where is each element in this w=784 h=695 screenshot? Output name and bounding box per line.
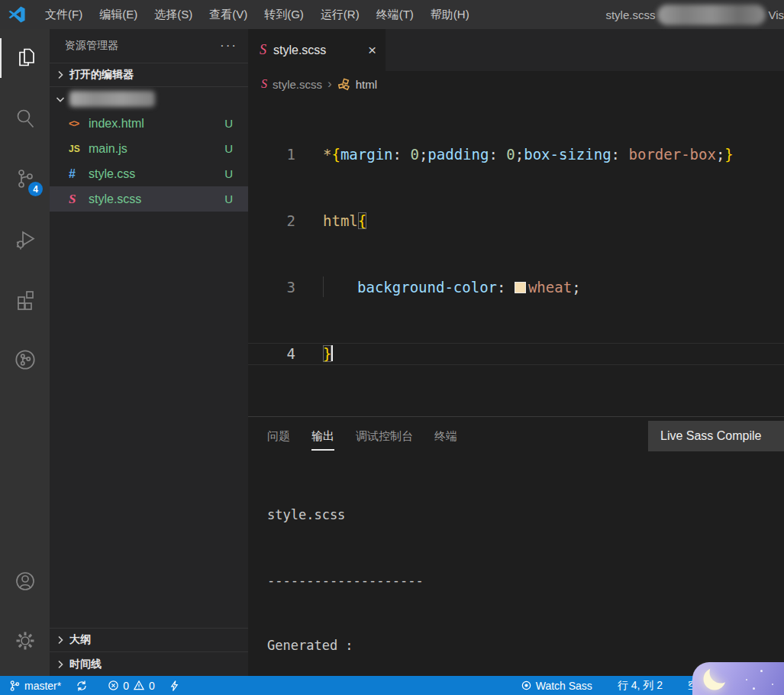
- line-col-label: 行 4, 列 2: [618, 679, 663, 693]
- indent-guide: [323, 276, 357, 297]
- menu-goto[interactable]: 转到(G): [256, 0, 312, 29]
- menu-help[interactable]: 帮助(H): [422, 0, 478, 29]
- line-number: 1: [248, 144, 295, 166]
- file-name: style.css: [89, 167, 224, 181]
- sidebar-title: 资源管理器: [65, 39, 220, 53]
- tab-label: style.scss: [273, 44, 326, 57]
- breadcrumb-file[interactable]: style.scss: [273, 78, 322, 91]
- line-content: *{margin: 0;padding: 0;box-sizing: borde…: [295, 144, 734, 166]
- menu-terminal[interactable]: 终端(T): [368, 0, 422, 29]
- chevron-right-icon: [54, 69, 66, 81]
- chevron-right-icon: [54, 634, 66, 646]
- warnings-icon: [133, 680, 145, 691]
- html-file-icon: <>: [69, 118, 89, 129]
- source-control-icon[interactable]: 4: [0, 159, 50, 199]
- menu-view[interactable]: 查看(V): [201, 0, 256, 29]
- section-outline[interactable]: 大纲: [50, 628, 248, 651]
- tab-problems[interactable]: 问题: [267, 417, 290, 456]
- section-timeline[interactable]: 时间线: [50, 651, 248, 676]
- git-status-badge: U: [224, 117, 248, 130]
- chevron-down-icon: [54, 93, 66, 105]
- line-number: 2: [248, 210, 295, 232]
- menu-selection[interactable]: 选择(S): [146, 0, 201, 29]
- file-style-css[interactable]: # style.css U: [50, 161, 248, 186]
- scss-file-icon: S: [260, 42, 266, 58]
- output-line: style.scss: [267, 504, 784, 526]
- error-count: 0: [123, 680, 129, 692]
- panel-tabs: 问题 输出 调试控制台 终端 Live Sass Compile: [248, 417, 784, 456]
- file-name: main.js: [89, 142, 224, 156]
- menu-run[interactable]: 运行(R): [312, 0, 368, 29]
- redaction-blur: [657, 5, 766, 25]
- search-icon[interactable]: [0, 99, 50, 138]
- run-debug-icon[interactable]: [0, 219, 50, 259]
- section-open-editors[interactable]: 打开的编辑器: [50, 63, 248, 86]
- color-swatch-wheat[interactable]: [515, 282, 526, 293]
- menu-edit[interactable]: 编辑(E): [91, 0, 146, 29]
- css-file-icon: #: [69, 167, 89, 181]
- git-status-badge: U: [224, 192, 248, 205]
- close-icon[interactable]: ×: [368, 43, 376, 57]
- symbol-selector-icon: [337, 78, 350, 91]
- line-content: html{: [295, 210, 366, 232]
- output-channel-select[interactable]: Live Sass Compile: [648, 421, 784, 451]
- line-number: 4: [248, 344, 295, 364]
- explorer-sidebar: 资源管理器 ··· 打开的编辑器 <> index.html U JS main…: [50, 29, 248, 676]
- code-line: 1 *{margin: 0;padding: 0;box-sizing: bor…: [248, 144, 784, 166]
- code-line-current: 4 }: [248, 343, 784, 365]
- tab-debug-console[interactable]: 调试控制台: [356, 417, 413, 456]
- tab-terminal[interactable]: 终端: [434, 417, 457, 456]
- code-line: 3 background-color: wheat;: [248, 276, 784, 299]
- sync-item[interactable]: [76, 680, 88, 692]
- editor-group: S style.scss × S style.scss › html: [248, 29, 784, 676]
- output-line: Generated :: [267, 635, 784, 657]
- file-main-js[interactable]: JS main.js U: [50, 136, 248, 161]
- account-icon[interactable]: [0, 561, 50, 601]
- scss-file-icon: S: [261, 77, 267, 91]
- tab-style-scss[interactable]: S style.scss ×: [248, 29, 386, 71]
- section-label: 时间线: [69, 658, 102, 671]
- watch-sass-label: Watch Sass: [536, 680, 592, 692]
- settings-gear-icon[interactable]: [0, 621, 50, 661]
- window-title-app: Vis: [768, 8, 784, 21]
- breadcrumb-separator: ›: [327, 76, 332, 92]
- redaction-blur: [69, 91, 155, 107]
- lightning-icon: [169, 680, 179, 692]
- output-line: --------------------: [267, 570, 784, 592]
- git-branch-item[interactable]: master*: [9, 680, 61, 692]
- line-content: }: [295, 344, 333, 364]
- section-label: 打开的编辑器: [69, 68, 134, 82]
- extensions-icon[interactable]: [0, 280, 50, 319]
- explorer-icon[interactable]: [0, 38, 50, 78]
- bottom-panel: 问题 输出 调试控制台 终端 Live Sass Compile style.s…: [248, 416, 784, 676]
- breadcrumb: S style.scss › html: [248, 71, 784, 97]
- file-style-scss[interactable]: S style.scss U: [50, 186, 248, 212]
- problems-item[interactable]: 0 0: [108, 680, 155, 692]
- folder-root[interactable]: [50, 86, 248, 111]
- branch-icon: [9, 680, 21, 692]
- gitlens-icon[interactable]: [0, 340, 50, 380]
- code-line: 2 html{: [248, 210, 784, 232]
- file-name: index.html: [89, 117, 224, 131]
- git-status-badge: U: [224, 142, 248, 155]
- menu-file[interactable]: 文件(F): [37, 0, 91, 29]
- breadcrumb-symbol[interactable]: html: [356, 78, 377, 91]
- sync-icon: [76, 680, 88, 692]
- js-file-icon: JS: [69, 144, 89, 154]
- file-index-html[interactable]: <> index.html U: [50, 111, 248, 136]
- cursor-position-item[interactable]: 行 4, 列 2: [618, 679, 663, 693]
- watch-icon: [521, 680, 532, 691]
- more-actions-icon[interactable]: ···: [220, 38, 237, 53]
- crescent-moon-icon: [699, 661, 734, 695]
- errors-icon: [108, 680, 119, 691]
- warning-count: 0: [149, 680, 155, 692]
- section-label: 大纲: [69, 633, 91, 647]
- output-log[interactable]: style.scss -------------------- Generate…: [248, 456, 784, 695]
- window-title: style.scss Vis: [605, 5, 784, 25]
- chevron-right-icon: [54, 658, 66, 671]
- tab-output[interactable]: 输出: [311, 417, 334, 456]
- scss-file-icon: S: [69, 192, 89, 207]
- code-editor[interactable]: 1 *{margin: 0;padding: 0;box-sizing: bor…: [248, 97, 784, 416]
- live-server-bolt-item[interactable]: [169, 680, 179, 692]
- watch-sass-item[interactable]: Watch Sass: [521, 680, 592, 692]
